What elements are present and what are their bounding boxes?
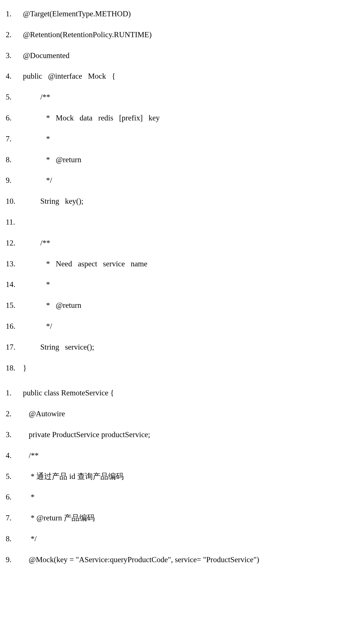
line-number: 3. <box>6 50 23 61</box>
line-content: * @return 产品编码 <box>23 513 349 524</box>
line-number: 5. <box>6 92 23 103</box>
line-number: 6. <box>6 492 23 503</box>
line-number: 12. <box>6 238 23 249</box>
line-number: 14. <box>6 279 23 290</box>
line-number: 7. <box>6 513 23 524</box>
line-content: public @interface Mock { <box>23 71 349 82</box>
line-content: String key(); <box>23 196 349 207</box>
line-number: 9. <box>6 175 23 186</box>
code-line: 7. * <box>6 134 349 144</box>
line-content: @Documented <box>23 50 349 61</box>
code-line: 18.} <box>6 363 349 374</box>
line-content: /** <box>23 450 349 461</box>
line-number: 5. <box>6 471 23 482</box>
line-number: 9. <box>6 554 23 565</box>
line-number: 17. <box>6 342 23 353</box>
line-number: 4. <box>6 450 23 461</box>
code-line: 8. */ <box>6 534 349 544</box>
line-content: private ProductService productService; <box>23 429 349 440</box>
code-line: 14. * <box>6 279 349 290</box>
line-number: 16. <box>6 321 23 332</box>
line-number: 7. <box>6 134 23 144</box>
line-number: 3. <box>6 429 23 440</box>
line-number: 2. <box>6 29 23 40</box>
code-line: 3. private ProductService productService… <box>6 429 349 440</box>
code-line: 9. */ <box>6 175 349 186</box>
code-block-2: 1.public class RemoteService {2. @Autowi… <box>6 388 349 565</box>
code-line: 5. * 通过产品 id 查询产品编码 <box>6 471 349 482</box>
line-content: * @return <box>23 154 349 165</box>
code-line: 1.@Target(ElementType.METHOD) <box>6 9 349 19</box>
line-content: /** <box>23 92 349 103</box>
line-number: 4. <box>6 71 23 82</box>
code-line: 6. * Mock data redis [prefix] key <box>6 113 349 124</box>
code-line: 16. */ <box>6 321 349 332</box>
line-content: * Mock data redis [prefix] key <box>23 113 349 124</box>
line-content: String service(); <box>23 342 349 353</box>
code-block-1: 1.@Target(ElementType.METHOD)2.@Retentio… <box>6 9 349 373</box>
line-number: 11. <box>6 217 23 228</box>
code-line: 6. * <box>6 492 349 503</box>
line-content: * <box>23 279 349 290</box>
line-content: */ <box>23 321 349 332</box>
line-number: 8. <box>6 534 23 544</box>
line-content: @Autowire <box>23 409 349 419</box>
code-line: 12. /** <box>6 238 349 249</box>
code-line: 2.@Retention(RetentionPolicy.RUNTIME) <box>6 29 349 40</box>
line-number: 15. <box>6 300 23 311</box>
line-number: 6. <box>6 113 23 124</box>
line-content: @Target(ElementType.METHOD) <box>23 9 349 19</box>
code-line: 9. @Mock(key = "AService:queryProductCod… <box>6 554 349 565</box>
line-content: * 通过产品 id 查询产品编码 <box>23 471 349 482</box>
line-content: @Mock(key = "AService:queryProductCode",… <box>23 554 349 565</box>
line-content: */ <box>23 534 349 544</box>
line-number: 1. <box>6 9 23 19</box>
line-number: 18. <box>6 363 23 374</box>
line-content: public class RemoteService { <box>23 388 349 399</box>
line-number: 13. <box>6 259 23 270</box>
code-line: 4. /** <box>6 450 349 461</box>
code-line: 15. * @return <box>6 300 349 311</box>
line-content: @Retention(RetentionPolicy.RUNTIME) <box>23 29 349 40</box>
code-line: 2. @Autowire <box>6 409 349 419</box>
code-line: 10. String key(); <box>6 196 349 207</box>
line-content: * Need aspect service name <box>23 259 349 270</box>
code-line: 1.public class RemoteService { <box>6 388 349 399</box>
line-content: /** <box>23 238 349 249</box>
line-content: */ <box>23 175 349 186</box>
line-content: * @return <box>23 300 349 311</box>
code-line: 8. * @return <box>6 154 349 165</box>
line-content: * <box>23 492 349 503</box>
code-line: 13. * Need aspect service name <box>6 259 349 270</box>
line-content: } <box>23 363 349 374</box>
line-number: 8. <box>6 154 23 165</box>
code-line: 3.@Documented <box>6 50 349 61</box>
code-line: 17. String service(); <box>6 342 349 353</box>
line-content: * <box>23 134 349 144</box>
line-number: 2. <box>6 409 23 419</box>
line-number: 1. <box>6 388 23 399</box>
code-line: 11. <box>6 217 349 228</box>
line-number: 10. <box>6 196 23 207</box>
code-line: 5. /** <box>6 92 349 103</box>
code-line: 7. * @return 产品编码 <box>6 513 349 524</box>
code-line: 4.public @interface Mock { <box>6 71 349 82</box>
